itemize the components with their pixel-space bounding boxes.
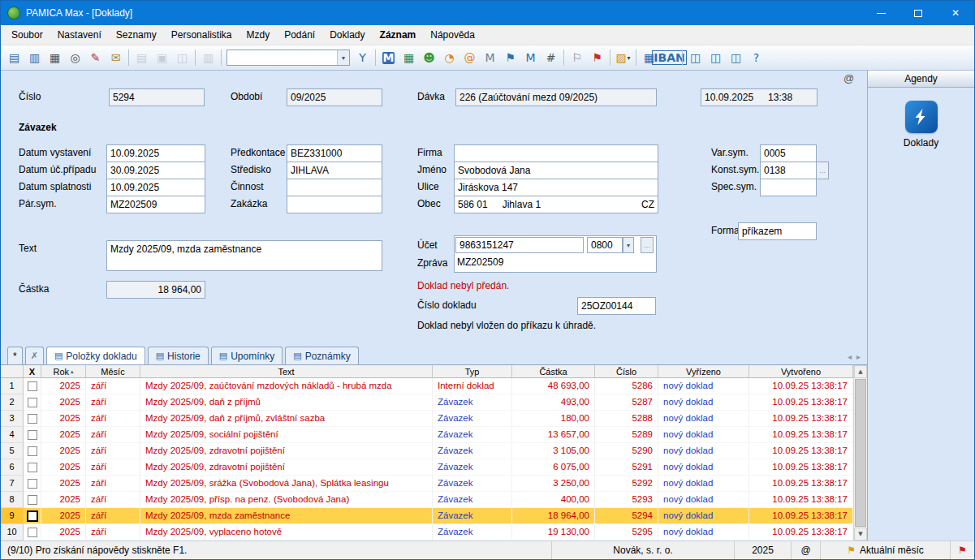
tab-scroll-right-icon[interactable]: ▸ — [856, 352, 861, 361]
row-checkbox[interactable] — [28, 446, 37, 456]
davka-field[interactable]: 226 (Zaúčtování mezd 09/2025) — [455, 88, 657, 106]
status-period-selector[interactable]: ⚑ Aktuální měsíc — [820, 541, 950, 559]
agenda-item-doklady[interactable]: Doklady — [868, 101, 974, 149]
maximize-button[interactable] — [900, 1, 937, 25]
konst-sym-field[interactable]: 0138 — [760, 162, 817, 179]
calculator-button[interactable]: # — [541, 48, 561, 67]
row-checkbox[interactable] — [28, 414, 37, 424]
predkontace-field[interactable]: BEZ331000 — [287, 144, 382, 162]
panel-right-button[interactable]: ◫ — [726, 48, 746, 67]
table-header-typ[interactable]: Typ — [433, 365, 512, 378]
table-row[interactable]: 92025záříMzdy 2025/09, mzda zaměstnanceZ… — [1, 508, 853, 524]
context-help-button[interactable]: ? — [746, 48, 766, 67]
table-header-vyrizeno[interactable]: Vyřízeno — [658, 365, 749, 378]
stredisko-field[interactable]: JIHLAVA — [287, 162, 382, 179]
document-m-button[interactable]: M — [480, 48, 500, 67]
firma-field[interactable] — [454, 144, 658, 162]
row-checkbox[interactable] — [27, 510, 38, 522]
row-checkbox[interactable] — [28, 398, 37, 407]
scroll-down-icon[interactable]: ▼ — [854, 528, 867, 541]
toolbar-filter-combobox[interactable]: ▼ — [226, 50, 350, 66]
white-flag-button[interactable]: ⚐ — [567, 48, 587, 67]
scrollbar-thumb[interactable] — [855, 379, 866, 527]
ucet-picker-button[interactable]: … — [641, 237, 654, 253]
table-header-cislo[interactable]: Číslo — [595, 365, 658, 378]
table-header-vytvoreno[interactable]: Vytvořeno — [749, 365, 853, 378]
table-header-rok[interactable]: Rok▴ — [41, 365, 86, 378]
datum-cas-field[interactable]: 10.09.2025 13:38 — [701, 88, 818, 106]
cislo-dokladu-field[interactable]: 25OZ00144 — [577, 297, 656, 315]
cislo-field[interactable]: 5294 — [109, 88, 205, 106]
zakazka-field[interactable] — [287, 196, 382, 213]
table-header-x[interactable]: X — [24, 365, 41, 378]
table-row[interactable]: 52025záříMzdy 2025/09, zdravotní pojiště… — [1, 443, 853, 459]
banka-field[interactable]: 0800 — [587, 237, 623, 253]
table-row[interactable]: 22025záříMzdy 2025/09, daň z příjmůZávaz… — [1, 394, 853, 411]
row-checkbox[interactable] — [28, 463, 37, 472]
obec-field[interactable]: 586 01 Jihlava 1 CZ — [454, 196, 658, 213]
table-row[interactable]: 12025záříMzdy 2025/09, zaúčtování mzdový… — [1, 378, 853, 394]
row-checkbox[interactable] — [28, 495, 37, 505]
pdf-export-button[interactable]: ✎ — [85, 48, 106, 67]
row-checkbox[interactable] — [28, 381, 37, 391]
menu-item-napoveda[interactable]: Nápověda — [423, 25, 482, 45]
document-flag-button[interactable]: ⚑ — [500, 48, 520, 67]
filter-clear-button[interactable]: ✗ — [25, 347, 44, 364]
close-button[interactable]: ✕ — [937, 1, 974, 25]
castka-field[interactable]: 18 964,00 — [106, 281, 205, 299]
zprava-value[interactable]: MZ202509 — [457, 256, 503, 268]
attendance-button[interactable]: ◔ — [439, 48, 459, 67]
row-checkbox[interactable] — [28, 479, 37, 489]
datum-uc-pripadu-field[interactable]: 30.09.2025 — [106, 162, 205, 179]
table-row[interactable]: 62025záříMzdy 2025/09, zdravotní pojiště… — [1, 459, 853, 476]
ulice-field[interactable]: Jiráskova 147 — [454, 179, 658, 196]
tab-polozky-dokladu[interactable]: ▤Položky dokladu — [46, 347, 145, 364]
menu-item-mzdy[interactable]: Mzdy — [239, 25, 277, 45]
datum-vystaveni-field[interactable]: 10.09.2025 — [106, 144, 205, 162]
iban-button[interactable]: IBAN — [659, 48, 679, 67]
menu-item-soubor[interactable]: Soubor — [4, 25, 50, 45]
var-sym-field[interactable]: 0005 — [760, 144, 817, 162]
tab-poznamky[interactable]: ▤Poznámky — [285, 347, 358, 364]
menu-item-nastaveni[interactable]: Nastavení — [50, 25, 109, 45]
banka-dropdown-button[interactable]: ▾ — [623, 237, 634, 253]
tab-upominky[interactable]: ▤Upomínky — [211, 347, 283, 364]
table-header-text[interactable]: Text — [140, 365, 433, 378]
text-field[interactable]: Mzdy 2025/09, mzda zaměstnance — [106, 240, 382, 271]
red-flag-button[interactable]: ⚑ — [587, 48, 607, 67]
print-preview-button[interactable]: ◎ — [65, 48, 85, 67]
ucet-field[interactable]: 9863151247 — [455, 237, 584, 253]
menu-item-seznamy[interactable]: Seznamy — [109, 25, 164, 45]
par-sym-field[interactable]: MZ202509 — [106, 196, 205, 213]
table-header-mesic[interactable]: Měsíc — [86, 365, 140, 378]
table-header-castka[interactable]: Částka — [512, 365, 595, 378]
mail-button[interactable]: ✉ — [106, 48, 126, 67]
konst-sym-picker-button[interactable]: … — [816, 162, 829, 179]
obdobi-field[interactable]: 09/2025 — [287, 88, 382, 106]
tab-scroll-left-icon[interactable]: ◂ — [848, 352, 852, 361]
datum-splatnosti-field[interactable]: 10.09.2025 — [106, 179, 205, 196]
forma-field[interactable]: příkazem — [738, 222, 817, 240]
panel-bottom-button[interactable]: ◫ — [685, 48, 705, 67]
scroll-up-icon[interactable]: ▲ — [854, 365, 867, 378]
asterisk-tab[interactable]: * — [7, 347, 23, 364]
spec-sym-field[interactable] — [760, 179, 817, 196]
employees-button[interactable]: ☻ — [419, 48, 439, 67]
filter-button[interactable]: Y — [352, 48, 373, 67]
print-button[interactable]: ▦ — [45, 48, 65, 67]
row-checkbox[interactable] — [28, 528, 37, 537]
menu-item-zaznam[interactable]: Záznam — [373, 25, 424, 45]
mzdy-button[interactable]: M — [378, 48, 399, 67]
table-row[interactable]: 32025záříMzdy 2025/09, daň z příjmů, zvl… — [1, 411, 853, 427]
copy-record-button[interactable]: ▥ — [24, 48, 45, 67]
menu-item-doklady[interactable]: Doklady — [322, 25, 372, 45]
menu-item-podani[interactable]: Podání — [277, 25, 322, 45]
jmeno-field[interactable]: Svobodová Jana — [454, 162, 658, 179]
payroll-list-button[interactable]: ▦ — [399, 48, 419, 67]
vertical-scrollbar[interactable]: ▲ ▼ — [853, 365, 867, 541]
table-row[interactable]: 102025záříMzdy 2025/09, vyplaceno hotově… — [1, 524, 853, 541]
panel-main-button[interactable]: ◫ — [705, 48, 726, 67]
table-row[interactable]: 72025záříMzdy 2025/09, srážka (Svobodová… — [1, 476, 853, 492]
documents-folder-button[interactable]: ▨▾ — [613, 48, 633, 67]
table-row[interactable]: 42025záříMzdy 2025/09, sociální pojištěn… — [1, 427, 853, 443]
